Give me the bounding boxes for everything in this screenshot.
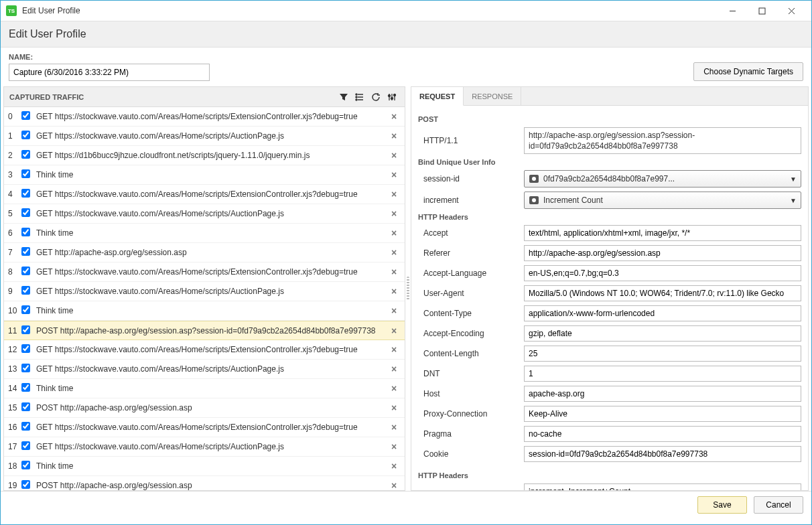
header-value-input[interactable] <box>524 325 801 342</box>
traffic-row[interactable]: 7GET http://apache-asp.org/eg/session.as… <box>4 243 405 262</box>
increment-dropdown[interactable]: Increment Count ▼ <box>524 192 801 209</box>
header-value-input[interactable] <box>524 225 801 241</box>
row-checkbox[interactable] <box>21 383 33 394</box>
header-value-input[interactable] <box>524 305 801 321</box>
row-checkbox[interactable] <box>21 247 33 258</box>
row-checkbox[interactable] <box>21 364 33 374</box>
row-checkbox[interactable] <box>21 150 33 161</box>
filter-icon[interactable] <box>336 90 351 104</box>
row-remove-icon[interactable]: × <box>387 480 401 490</box>
row-remove-icon[interactable]: × <box>387 131 401 141</box>
traffic-row[interactable]: 17GET https://stockwave.vauto.com/Areas/… <box>4 437 405 457</box>
row-checkbox[interactable] <box>21 267 33 277</box>
row-remove-icon[interactable]: × <box>387 422 401 433</box>
header-value-input[interactable] <box>524 406 801 422</box>
maximize-button[interactable] <box>747 1 776 21</box>
header-value-input[interactable] <box>524 446 801 462</box>
choose-dynamic-targets-button[interactable]: Choose Dynamic Targets <box>693 62 803 81</box>
row-checkbox[interactable] <box>21 111 33 122</box>
row-remove-icon[interactable]: × <box>387 267 401 277</box>
header-value-input[interactable] <box>524 245 801 261</box>
header-value-input[interactable] <box>524 285 801 301</box>
cancel-button[interactable]: Cancel <box>754 496 803 514</box>
traffic-row[interactable]: 4GET https://stockwave.vauto.com/Areas/H… <box>4 185 405 204</box>
row-remove-icon[interactable]: × <box>387 111 401 122</box>
traffic-row[interactable]: 9GET https://stockwave.vauto.com/Areas/H… <box>4 282 405 301</box>
row-remove-icon[interactable]: × <box>387 189 401 200</box>
traffic-row[interactable]: 12GET https://stockwave.vauto.com/Areas/… <box>4 340 405 360</box>
header-value-input[interactable] <box>524 265 801 281</box>
row-checkbox[interactable] <box>21 441 33 452</box>
row-checkbox[interactable] <box>21 228 33 238</box>
header-row: Proxy-Connection <box>418 406 801 422</box>
row-remove-icon[interactable]: × <box>387 364 401 374</box>
traffic-row[interactable]: 10Think time× <box>4 301 405 321</box>
close-button[interactable] <box>776 1 806 21</box>
row-checkbox[interactable] <box>21 208 33 219</box>
row-checkbox[interactable] <box>21 402 33 413</box>
row-remove-icon[interactable]: × <box>387 383 401 394</box>
header-value-input[interactable] <box>524 386 801 402</box>
row-checkbox[interactable] <box>21 325 33 336</box>
header-value-input[interactable] <box>524 346 801 362</box>
captured-traffic-label: CAPTURED TRAFFIC <box>9 93 84 101</box>
detail-panel: REQUEST RESPONSE POST HTTP/1.1 http://ap… <box>411 86 809 491</box>
save-button[interactable]: Save <box>697 496 747 514</box>
traffic-row[interactable]: 8GET https://stockwave.vauto.com/Areas/H… <box>4 262 405 282</box>
row-checkbox[interactable] <box>21 480 33 490</box>
url-field[interactable]: http://apache-asp.org/eg/session.asp?ses… <box>524 127 801 154</box>
header-value-input[interactable] <box>524 366 801 382</box>
traffic-row[interactable]: 15POST http://apache-asp.org/eg/session.… <box>4 398 405 418</box>
row-checkbox[interactable] <box>21 461 33 471</box>
header-row: Accept <box>418 225 801 241</box>
header-row: Content-Type <box>418 305 801 321</box>
row-checkbox[interactable] <box>21 305 33 316</box>
refresh-icon[interactable] <box>368 90 383 104</box>
row-remove-icon[interactable]: × <box>387 325 401 336</box>
row-checkbox[interactable] <box>21 286 33 297</box>
captured-traffic-header: CAPTURED TRAFFIC <box>4 87 405 107</box>
traffic-row[interactable]: 16GET https://stockwave.vauto.com/Areas/… <box>4 418 405 437</box>
list-icon[interactable] <box>352 90 367 104</box>
traffic-list[interactable]: 0GET https://stockwave.vauto.com/Areas/H… <box>4 107 405 490</box>
traffic-row[interactable]: 11POST http://apache-asp.org/eg/session.… <box>4 321 405 340</box>
traffic-row[interactable]: 14Think time× <box>4 379 405 398</box>
row-remove-icon[interactable]: × <box>387 169 401 180</box>
minimize-button[interactable] <box>718 1 747 21</box>
traffic-row[interactable]: 19POST http://apache-asp.org/eg/session.… <box>4 476 405 490</box>
row-remove-icon[interactable]: × <box>387 247 401 258</box>
row-remove-icon[interactable]: × <box>387 344 401 355</box>
row-checkbox[interactable] <box>21 169 33 180</box>
traffic-row[interactable]: 0GET https://stockwave.vauto.com/Areas/H… <box>4 107 405 127</box>
row-checkbox[interactable] <box>21 131 33 141</box>
row-remove-icon[interactable]: × <box>387 305 401 316</box>
row-remove-icon[interactable]: × <box>387 402 401 413</box>
name-input[interactable] <box>9 64 210 81</box>
row-remove-icon[interactable]: × <box>387 208 401 219</box>
traffic-row[interactable]: 2GET https://d1b6bucc9jhzue.cloudfront.n… <box>4 146 405 165</box>
tab-response[interactable]: RESPONSE <box>464 87 521 105</box>
traffic-row[interactable]: 3Think time× <box>4 165 405 185</box>
splitter[interactable] <box>405 86 411 491</box>
row-remove-icon[interactable]: × <box>387 150 401 161</box>
row-checkbox[interactable] <box>21 189 33 200</box>
row-remove-icon[interactable]: × <box>387 441 401 452</box>
svg-point-19 <box>532 198 536 202</box>
traffic-row[interactable]: 6Think time× <box>4 224 405 243</box>
row-remove-icon[interactable]: × <box>387 228 401 238</box>
row-checkbox[interactable] <box>21 422 33 433</box>
row-remove-icon[interactable]: × <box>387 286 401 297</box>
row-checkbox[interactable] <box>21 344 33 355</box>
body-field[interactable] <box>524 483 801 490</box>
traffic-row[interactable]: 5GET https://stockwave.vauto.com/Areas/H… <box>4 204 405 224</box>
row-remove-icon[interactable]: × <box>387 461 401 471</box>
tab-request[interactable]: REQUEST <box>411 87 464 106</box>
traffic-row[interactable]: 18Think time× <box>4 457 405 476</box>
settings-icon[interactable] <box>385 90 399 104</box>
traffic-row[interactable]: 13GET https://stockwave.vauto.com/Areas/… <box>4 360 405 379</box>
session-id-dropdown[interactable]: 0fd79a9cb2a2654d84bb0f8a7e997... ▼ <box>524 170 801 188</box>
header-value-input[interactable] <box>524 426 801 442</box>
traffic-row[interactable]: 1GET https://stockwave.vauto.com/Areas/H… <box>4 127 405 146</box>
header-row: Accept-Language <box>418 265 801 281</box>
app-icon: TS <box>6 5 17 16</box>
